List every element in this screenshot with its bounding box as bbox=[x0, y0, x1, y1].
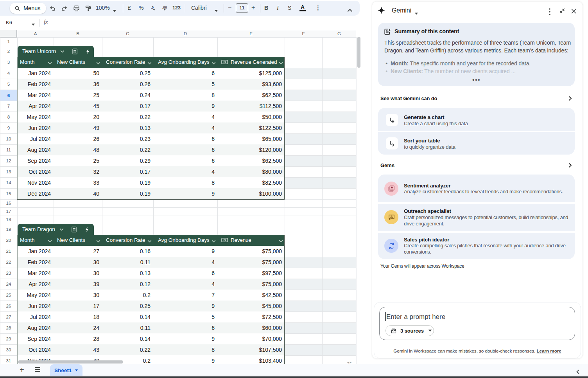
svg-text:.0: .0 bbox=[151, 5, 154, 9]
svg-text:.00: .00 bbox=[162, 5, 167, 9]
